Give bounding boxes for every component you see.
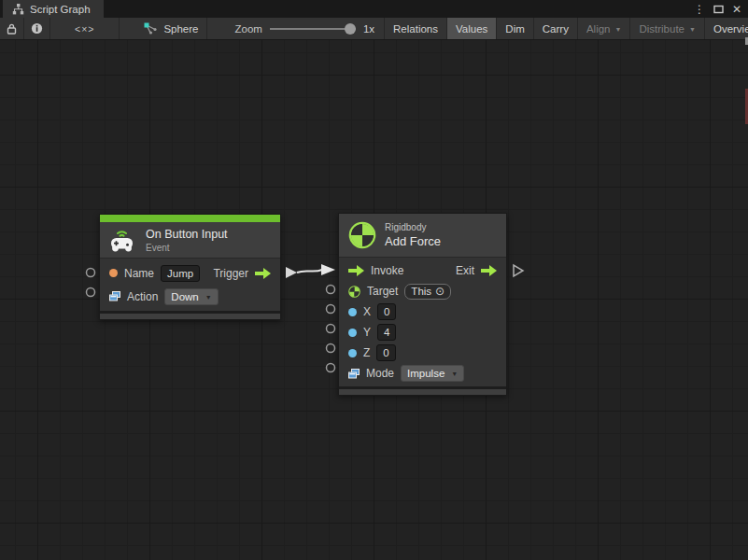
carry-button[interactable]: Carry xyxy=(534,18,578,39)
graph-hierarchy-icon xyxy=(12,4,24,15)
tab-script-graph[interactable]: Script Graph xyxy=(3,0,104,18)
flow-arrow-icon[interactable] xyxy=(348,265,364,276)
input-port-y[interactable] xyxy=(327,325,335,333)
tab-title: Script Graph xyxy=(30,4,91,15)
float-port-icon[interactable] xyxy=(348,349,357,357)
node-header[interactable]: Rigidbody Add Force xyxy=(339,214,506,257)
enum-port-icon[interactable] xyxy=(348,369,360,379)
z-value-field[interactable]: 0 xyxy=(376,344,395,361)
node-title: Add Force xyxy=(385,234,441,248)
connection-end-arrow[interactable] xyxy=(321,264,335,275)
port-row-name: Name Jump Trigger xyxy=(100,261,280,285)
lock-icon xyxy=(7,23,17,35)
port-row-target: Target This ⊙ xyxy=(339,281,506,301)
chevron-down-icon: ▼ xyxy=(614,26,621,33)
trigger-port-label: Trigger xyxy=(213,267,248,280)
graph-canvas[interactable]: On Button Input Event Name Jump Trigger xyxy=(0,40,748,560)
script-graph-window: Script Graph ⋮ ✕ <×> xyxy=(0,0,748,560)
script-graph-asset-icon[interactable] xyxy=(144,22,158,35)
maximize-icon[interactable] xyxy=(711,2,726,17)
chevron-down-icon: ▼ xyxy=(205,291,212,304)
close-icon[interactable]: ✕ xyxy=(729,2,744,17)
info-button[interactable] xyxy=(24,18,50,39)
tab-bar: Script Graph ⋮ ✕ xyxy=(0,0,748,18)
zoom-value: 1x xyxy=(363,23,374,35)
distribute-dropdown: Distribute▼ xyxy=(630,18,705,39)
enum-port-icon[interactable] xyxy=(109,291,120,301)
zoom-slider[interactable] xyxy=(270,23,356,35)
port-label: Mode xyxy=(366,367,394,380)
chevron-down-icon: ▼ xyxy=(689,26,696,33)
input-port-z[interactable] xyxy=(327,344,335,353)
relations-button[interactable]: Relations xyxy=(385,18,447,39)
zoom-control: Zoom 1x xyxy=(207,18,386,39)
port-label: Action xyxy=(127,290,158,303)
input-port-target[interactable] xyxy=(327,286,335,294)
node-footer xyxy=(339,386,506,395)
window-controls: ⋮ ✕ xyxy=(692,0,744,18)
y-value-field[interactable]: 4 xyxy=(377,324,396,341)
node-on-button-input[interactable]: On Button Input Event Name Jump Trigger xyxy=(99,214,281,320)
node-header[interactable]: On Button Input Event xyxy=(100,222,280,258)
node-category: Rigidbody xyxy=(385,222,441,232)
port-row-z: Z 0 xyxy=(339,343,506,363)
values-button[interactable]: Values xyxy=(447,18,497,39)
align-dropdown: Align▼ xyxy=(578,18,631,39)
connection-start-cap[interactable] xyxy=(286,267,297,278)
target-object-chip[interactable]: This ⊙ xyxy=(404,284,451,300)
rigidbody-port-icon[interactable] xyxy=(348,286,360,298)
x-value-field[interactable]: 0 xyxy=(377,303,396,320)
dim-button[interactable]: Dim xyxy=(497,18,533,39)
float-port-icon[interactable] xyxy=(348,329,357,337)
port-label: Invoke xyxy=(371,264,403,277)
node-add-force[interactable]: Rigidbody Add Force Invoke Exit xyxy=(338,213,507,396)
node-body: Name Jump Trigger Action xyxy=(100,258,280,311)
input-port-name[interactable] xyxy=(87,269,95,277)
node-subtitle: Event xyxy=(146,243,228,253)
info-icon xyxy=(31,22,43,35)
variables-button[interactable]: <×> xyxy=(50,18,120,39)
port-row-invoke: Invoke Exit xyxy=(339,260,506,281)
port-label: X xyxy=(363,305,371,318)
port-label: Y xyxy=(363,326,371,339)
zoom-slider-track[interactable] xyxy=(270,28,356,30)
zoom-slider-knob[interactable] xyxy=(345,23,356,35)
gamepad-event-icon xyxy=(109,228,137,252)
exit-port-triangle[interactable] xyxy=(514,265,523,276)
float-port-icon[interactable] xyxy=(348,308,357,316)
port-row-x: X 0 xyxy=(339,301,506,322)
lock-button[interactable] xyxy=(0,18,24,39)
node-title: On Button Input xyxy=(146,228,228,241)
rigidbody-icon xyxy=(348,221,376,249)
connection-wire[interactable] xyxy=(297,270,322,273)
graph-owner-label[interactable]: Sphere xyxy=(163,23,198,35)
port-row-y: Y 4 xyxy=(339,322,506,343)
port-row-mode: Mode Impulse ▼ xyxy=(339,363,506,384)
input-port-x[interactable] xyxy=(327,305,335,314)
node-body: Invoke Exit Target xyxy=(339,257,506,386)
code-x-icon: <×> xyxy=(75,23,94,35)
port-label: Name xyxy=(124,267,154,280)
port-label: Target xyxy=(367,285,398,298)
object-picker-icon[interactable]: ⊙ xyxy=(435,285,445,299)
event-accent-bar xyxy=(100,215,280,222)
node-footer xyxy=(100,311,280,319)
chevron-down-icon: ▼ xyxy=(451,368,458,381)
toolbar: <×> Sphere Zoom 1x Relations Values Dim … xyxy=(0,18,748,40)
action-dropdown[interactable]: Down ▼ xyxy=(164,288,218,305)
graph-context: Sphere xyxy=(120,18,206,39)
exit-port-label: Exit xyxy=(456,264,474,277)
flow-arrow-icon[interactable] xyxy=(481,265,497,276)
string-port-icon[interactable] xyxy=(109,269,118,277)
overview-button[interactable]: Overview xyxy=(705,18,748,39)
zoom-label: Zoom xyxy=(235,23,262,35)
flow-arrow-icon[interactable] xyxy=(255,268,271,279)
input-port-mode[interactable] xyxy=(327,364,335,372)
mode-dropdown[interactable]: Impulse ▼ xyxy=(401,365,464,382)
port-row-action: Action Down ▼ xyxy=(100,285,280,308)
menu-kebab-icon[interactable]: ⋮ xyxy=(692,2,707,17)
port-label: Z xyxy=(363,346,370,359)
input-port-action[interactable] xyxy=(87,288,95,297)
name-value-field[interactable]: Jump xyxy=(161,265,200,282)
